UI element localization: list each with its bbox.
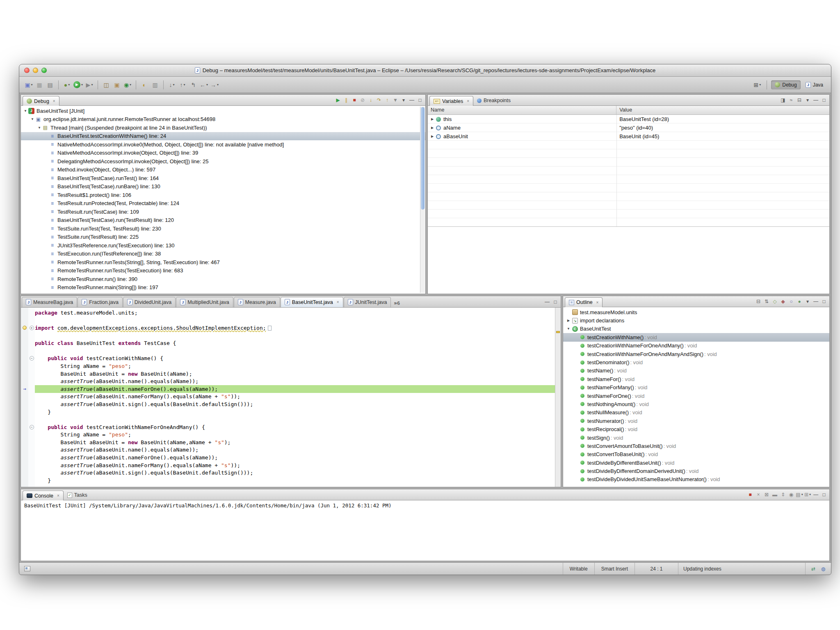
code-line[interactable]: package test.measureModel.units;: [21, 309, 561, 317]
debug-tree-row[interactable]: ≡DelegatingMethodAccessorImpl.invoke(Obj…: [21, 157, 425, 166]
outline-item[interactable]: testNothingAmount() : void: [563, 400, 829, 408]
view-menu-button[interactable]: ▾: [804, 96, 811, 104]
editor-tab-dividedunit-java[interactable]: JDividedUnit.java: [123, 297, 176, 307]
step-over-button[interactable]: ↷: [375, 96, 383, 104]
hide-local-types-button[interactable]: ●: [796, 298, 803, 305]
code-line[interactable]: [21, 332, 561, 340]
print-button[interactable]: ▤: [45, 80, 55, 90]
toggle-mark-occurrences-button[interactable]: ▥: [150, 80, 160, 90]
outline-item[interactable]: ▶↘import declarations: [563, 316, 829, 324]
outline-item[interactable]: testSign() : void: [563, 434, 829, 442]
window-titlebar[interactable]: J Debug – measuresModel/test/test/measur…: [19, 64, 831, 77]
save-button[interactable]: ▦: [34, 80, 44, 90]
code-line[interactable]: assertTrue(aBaseUnit.nameForMany().equal…: [21, 461, 561, 469]
editor-tab-multipliedunit-java[interactable]: JMultipliedUnit.java: [176, 297, 233, 307]
debug-tree-row[interactable]: ≡TestResult$1.protect() line: 106: [21, 191, 425, 199]
editor-tab-measurebag-java[interactable]: JMeasureBag.java: [22, 297, 77, 307]
debug-tree-row[interactable]: ≡RemoteTestRunner.main(String[]) line: 1…: [21, 283, 425, 292]
console-output[interactable]: BaseUnitTest [JUnit] /System/Library/Jav…: [21, 500, 829, 561]
display-selected-console-button[interactable]: ▤▾: [796, 491, 803, 498]
next-annotation-button[interactable]: ↓▾: [167, 80, 177, 90]
run-button[interactable]: ▶▾: [73, 80, 84, 90]
sort-button[interactable]: ⇅: [763, 298, 770, 305]
background-jobs-button[interactable]: ⇄: [810, 565, 817, 573]
hide-static-members-button[interactable]: ◆: [779, 298, 787, 305]
editor-tab-measure-java[interactable]: JMeasure.java: [234, 297, 280, 307]
drop-to-frame-button[interactable]: ▼: [392, 96, 399, 104]
back-button[interactable]: ←▾: [199, 80, 209, 90]
outline-item[interactable]: testDivideByDifferentBaseUnit() : void: [563, 459, 829, 467]
editor-tab-fraction-java[interactable]: JFraction.java: [78, 297, 123, 307]
code-line[interactable]: +import com.developmentExceptions.except…: [21, 324, 561, 332]
clear-console-button[interactable]: ▬: [771, 491, 778, 498]
variable-row[interactable]: ▶aBaseUnitBaseUnit (id=45): [428, 132, 829, 141]
remove-launch-button[interactable]: ×: [755, 491, 762, 498]
minimize-view-button[interactable]: —: [812, 96, 819, 104]
close-icon[interactable]: ×: [337, 300, 339, 304]
code-line[interactable]: String aName = "peso";: [21, 362, 561, 370]
code-line[interactable]: }: [21, 477, 561, 484]
outline-item[interactable]: testCreationWithNameForOneAndManyAndSign…: [563, 350, 829, 358]
terminate-button[interactable]: ■: [351, 96, 358, 104]
new-class-button[interactable]: ◉▾: [123, 80, 132, 90]
fold-minus-icon[interactable]: −: [28, 356, 35, 361]
debug-tree-row[interactable]: ≡TestSuite.runTest(Test, TestResult) lin…: [21, 224, 425, 233]
code-line[interactable]: BaseUnit aBaseUnit = new BaseUnit(aName,…: [21, 438, 561, 446]
editor-tab-baseunittest-java[interactable]: JBaseUnitTest.java×: [281, 297, 343, 307]
hide-non-public-members-button[interactable]: ○: [788, 298, 795, 305]
debug-tree-row[interactable]: ≡BaseUnitTest(TestCase).runBare() line: …: [21, 183, 425, 191]
code-editor[interactable]: package test.measureModel.units;+import …: [21, 308, 561, 487]
tab-overflow-button[interactable]: » 6: [394, 301, 400, 306]
remove-all-launches-button[interactable]: ⊠: [763, 491, 770, 498]
code-line[interactable]: assertTrue(aBaseUnit.nameForMany().equal…: [21, 393, 561, 401]
code-line[interactable]: String aName = "peso";: [21, 431, 561, 438]
new-wizard-button[interactable]: ▣▾: [24, 80, 34, 90]
scrollbar-thumb[interactable]: [421, 107, 425, 210]
outline-item[interactable]: test.measureModel.units: [563, 308, 829, 316]
previous-annotation-button[interactable]: ↑▾: [178, 80, 187, 90]
debug-tree-row[interactable]: ≡NativeMethodAccessorImpl.invoke0(Method…: [21, 140, 425, 149]
view-tab-breakpoints[interactable]: Breakpoints: [473, 96, 514, 105]
outline-item[interactable]: testNameForMany() : void: [563, 383, 829, 392]
code-line[interactable]: [21, 347, 561, 355]
view-menu-button[interactable]: ▾: [804, 298, 811, 305]
outline-item[interactable]: testConvertToBaseUnit() : void: [563, 450, 829, 459]
column-header-name[interactable]: Name: [428, 106, 616, 114]
instruction-pointer-icon[interactable]: →: [21, 386, 28, 392]
debug-tree-row[interactable]: ▼JBaseUnitTest [JUnit]: [21, 107, 425, 115]
debug-tree-row[interactable]: ≡RemoteTestRunner.runTests(String[], Str…: [21, 258, 425, 267]
debug-tree-row[interactable]: ≡Method.invoke(Object, Object...) line: …: [21, 166, 425, 174]
code-line[interactable]: − public void testCreationWithNameForOne…: [21, 423, 561, 431]
debug-tree-row[interactable]: ▼▤Thread [main] (Suspended (breakpoint a…: [21, 123, 425, 132]
code-line[interactable]: assertTrue(aBaseUnit.nameForOne().equals…: [21, 454, 561, 461]
fold-plus-icon[interactable]: +: [28, 326, 35, 330]
editor-tab-junittest-java[interactable]: JJUnitTest.java: [344, 297, 391, 307]
close-icon[interactable]: ×: [57, 493, 59, 498]
new-package-button[interactable]: ▣: [112, 80, 122, 90]
pin-console-button[interactable]: ◉: [788, 491, 795, 498]
outline-item[interactable]: testCreationWithName() : void: [563, 333, 829, 341]
code-line[interactable]: [21, 415, 561, 423]
close-icon[interactable]: ×: [596, 300, 599, 305]
outline-item[interactable]: testNameFor() : void: [563, 375, 829, 383]
outline-item[interactable]: testCreationWithNameForOneAndMany() : vo…: [563, 342, 829, 350]
twisty-expanded-icon[interactable]: ▼: [30, 117, 35, 121]
debug-tree-row[interactable]: ≡RemoteTestRunner.runTests(TestExecution…: [21, 267, 425, 275]
minimize-view-button[interactable]: —: [812, 491, 819, 498]
perspective-java-button[interactable]: JJava: [802, 80, 827, 89]
show-logical-structures-button[interactable]: ≈: [788, 96, 795, 104]
outline-item[interactable]: testConvertAmountToBaseUnit() : void: [563, 442, 829, 450]
debug-tree-row[interactable]: ≡BaseUnitTest(TestCase).run(TestResult) …: [21, 216, 425, 225]
close-icon[interactable]: ×: [53, 99, 55, 103]
twisty-expanded-icon[interactable]: ▼: [37, 126, 42, 130]
minimize-view-button[interactable]: —: [812, 298, 819, 305]
outline-item[interactable]: testNameForOne() : void: [563, 392, 829, 400]
show-type-names-button[interactable]: ◨: [779, 96, 787, 104]
outline-item[interactable]: testNullMeasure() : void: [563, 409, 829, 417]
twisty-collapsed-icon[interactable]: ▶: [429, 117, 435, 121]
minimize-view-button[interactable]: —: [408, 96, 415, 104]
outline-item[interactable]: testReciprocal() : void: [563, 425, 829, 433]
zoom-window-button[interactable]: [41, 68, 47, 73]
outline-item[interactable]: testDenominator() : void: [563, 358, 829, 366]
search-button[interactable]: ◐: [139, 80, 149, 90]
